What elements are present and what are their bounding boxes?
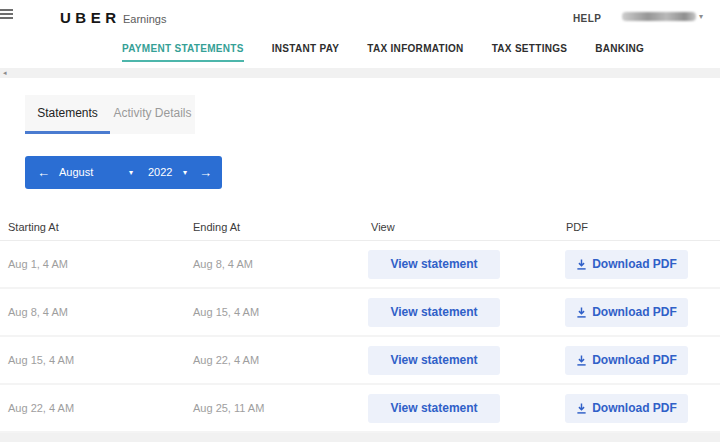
starting-at-value: Aug 22, 4 AM	[8, 402, 193, 414]
starting-at-value: Aug 1, 4 AM	[8, 258, 193, 270]
ending-at-value: Aug 15, 4 AM	[193, 306, 371, 318]
download-pdf-button[interactable]: Download PDF	[565, 346, 688, 375]
nav-tab-instant-pay[interactable]: INSTANT PAY	[272, 37, 340, 62]
main-nav: PAYMENT STATEMENTSINSTANT PAYTAX INFORMA…	[0, 37, 720, 62]
table-row: Aug 15, 4 AM Aug 22, 4 AM View statement…	[0, 337, 720, 385]
product-title: Earnings	[123, 13, 166, 25]
column-header-ending-at: Ending At	[193, 221, 371, 233]
year-select[interactable]: 2022	[148, 156, 172, 189]
year-caret-icon[interactable]: ▾	[183, 156, 187, 189]
ending-at-value: Aug 22, 4 AM	[193, 354, 371, 366]
starting-at-value: Aug 8, 4 AM	[8, 306, 193, 318]
subtab-activity-details[interactable]: Activity Details	[110, 95, 195, 134]
account-menu[interactable]: ▾	[622, 12, 703, 21]
bottom-scroll-strip	[0, 433, 720, 442]
download-icon	[576, 307, 587, 318]
statements-subtabs: StatementsActivity Details	[25, 95, 195, 134]
nav-tab-banking[interactable]: BANKING	[595, 37, 644, 62]
month-caret-icon[interactable]: ▾	[129, 156, 133, 189]
download-icon	[576, 259, 587, 270]
view-statement-button[interactable]: View statement	[368, 346, 500, 375]
view-statement-button[interactable]: View statement	[368, 250, 500, 279]
view-statement-button[interactable]: View statement	[368, 298, 500, 327]
download-pdf-button[interactable]: Download PDF	[565, 298, 688, 327]
nav-tab-tax-settings[interactable]: TAX SETTINGS	[492, 37, 568, 62]
help-link[interactable]: HELP	[573, 13, 601, 24]
table-row: Aug 1, 4 AM Aug 8, 4 AM View statement D…	[0, 241, 720, 289]
column-header-pdf: PDF	[566, 221, 720, 233]
download-pdf-label: Download PDF	[592, 353, 677, 367]
horizontal-scrollbar[interactable]: ◂	[0, 68, 720, 78]
view-statement-button[interactable]: View statement	[368, 394, 500, 423]
download-pdf-button[interactable]: Download PDF	[565, 394, 688, 423]
ending-at-value: Aug 25, 11 AM	[193, 402, 371, 414]
column-header-view: View	[371, 221, 566, 233]
scroll-left-icon[interactable]: ◂	[3, 68, 7, 78]
column-header-starting-at: Starting At	[8, 221, 193, 233]
ending-at-value: Aug 8, 4 AM	[193, 258, 371, 270]
nav-tab-tax-information[interactable]: TAX INFORMATION	[367, 37, 463, 62]
date-picker: ← August ▾ 2022 ▾ →	[25, 156, 222, 189]
table-row: Aug 8, 4 AM Aug 15, 4 AM View statement …	[0, 289, 720, 337]
chevron-down-icon: ▾	[699, 12, 703, 21]
hamburger-menu-icon[interactable]	[0, 9, 13, 21]
top-header: UBER Earnings HELP ▾	[0, 0, 720, 38]
nav-tab-payment-statements[interactable]: PAYMENT STATEMENTS	[122, 37, 244, 62]
subtab-statements[interactable]: Statements	[25, 95, 110, 134]
account-name-redacted	[622, 12, 696, 21]
download-pdf-label: Download PDF	[592, 257, 677, 271]
starting-at-value: Aug 15, 4 AM	[8, 354, 193, 366]
download-icon	[576, 403, 587, 414]
table-row: Aug 22, 4 AM Aug 25, 11 AM View statemen…	[0, 385, 720, 433]
statements-table: Starting At Ending At View PDF Aug 1, 4 …	[0, 213, 720, 433]
table-body: Aug 1, 4 AM Aug 8, 4 AM View statement D…	[0, 241, 720, 433]
download-icon	[576, 355, 587, 366]
month-select[interactable]: August	[59, 156, 93, 189]
next-month-arrow-icon[interactable]: →	[199, 156, 212, 189]
download-pdf-label: Download PDF	[592, 305, 677, 319]
uber-logo: UBER	[60, 9, 121, 26]
previous-month-arrow-icon[interactable]: ←	[37, 156, 50, 189]
download-pdf-label: Download PDF	[592, 401, 677, 415]
download-pdf-button[interactable]: Download PDF	[565, 250, 688, 279]
table-header-row: Starting At Ending At View PDF	[0, 213, 720, 241]
